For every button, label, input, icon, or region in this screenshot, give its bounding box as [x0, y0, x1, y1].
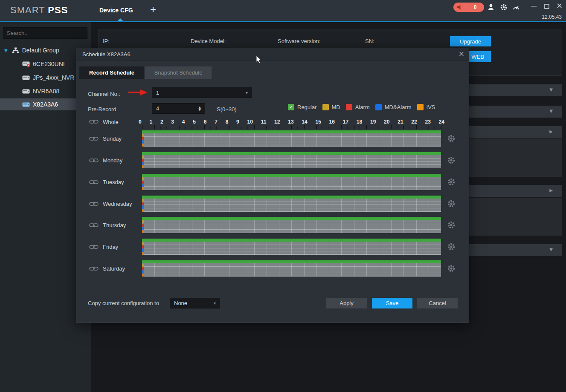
legend-ivs[interactable]: IVS — [417, 104, 435, 110]
config-section-header[interactable]: ▶ — [465, 185, 562, 197]
day-label: Wednesday — [103, 201, 132, 207]
config-section-panel — [465, 198, 562, 236]
window-maximize-button[interactable] — [544, 4, 549, 9]
dialog-title: Schedule X82A3A6 — [82, 51, 131, 58]
prerecord-spinner[interactable]: 4 ▲▼ — [152, 103, 205, 114]
dialog-titlebar[interactable]: Schedule X82A3A6 × — [76, 48, 469, 61]
link-icon[interactable] — [89, 180, 99, 184]
copy-config-label: Copy current configuration to — [88, 300, 159, 306]
chevron-right-icon: ▶ — [549, 188, 553, 193]
gear-icon[interactable] — [447, 264, 456, 273]
apply-button[interactable]: Apply — [326, 298, 367, 308]
ivs-mark — [142, 274, 144, 277]
device-icon-offline — [22, 61, 30, 67]
channel-select[interactable]: 1 ▾ — [152, 87, 252, 98]
gear-icon[interactable] — [447, 134, 456, 143]
alarm-mark — [142, 159, 144, 162]
link-icon[interactable] — [89, 266, 99, 271]
config-section-header[interactable]: ▶ — [465, 126, 562, 138]
md-alarm-checkbox[interactable] — [375, 104, 382, 110]
chevron-down-icon: ▼ — [549, 247, 553, 252]
gear-icon[interactable] — [447, 221, 456, 229]
user-icon[interactable] — [487, 3, 495, 11]
md-mark — [142, 199, 144, 202]
regular-checkbox[interactable]: ✓ — [288, 104, 294, 110]
ivs-mark — [142, 165, 144, 168]
new-tab-button[interactable]: + — [150, 3, 156, 15]
legend-alarm[interactable]: Alarm — [346, 104, 370, 110]
expand-triangle-icon[interactable]: ▼ — [4, 48, 8, 53]
channel-label: Channel No.: — [88, 91, 120, 97]
cancel-button[interactable]: Cancel — [417, 298, 458, 308]
schedule-track[interactable] — [142, 217, 441, 233]
settings-gear-icon[interactable] — [500, 3, 508, 11]
whole-label: Whole — [103, 119, 119, 125]
md-mark — [142, 177, 144, 180]
schedule-row-tuesday: Tuesday — [76, 174, 470, 190]
link-icon[interactable] — [89, 245, 99, 249]
schedule-track[interactable] — [142, 260, 441, 277]
schedule-row-wednesday: Wednesday — [76, 196, 470, 212]
legend-regular[interactable]: ✓Regular — [288, 104, 317, 110]
upgrade-button[interactable]: Upgrade — [450, 36, 491, 46]
prerecord-label: Pre-Record — [88, 106, 116, 112]
schedule-track[interactable] — [142, 130, 441, 147]
track-grid — [142, 133, 441, 147]
clock-text: 12:05:43 — [542, 14, 562, 20]
search-box[interactable] — [3, 27, 87, 39]
link-icon[interactable] — [89, 158, 99, 163]
spinner-arrows[interactable]: ▲▼ — [199, 106, 201, 111]
track-grid — [142, 177, 441, 190]
schedule-row-friday: Friday — [76, 239, 470, 255]
link-icon[interactable] — [89, 202, 99, 206]
schedule-track[interactable] — [142, 239, 441, 255]
md-checkbox[interactable] — [322, 104, 329, 110]
dialog-close-icon[interactable]: × — [459, 49, 464, 58]
md-alarm-mark — [142, 184, 144, 187]
md-mark — [142, 242, 144, 245]
copy-config-select[interactable]: None ▾ — [170, 298, 220, 308]
gear-icon[interactable] — [447, 178, 456, 186]
link-icon[interactable] — [89, 119, 99, 124]
legend-md[interactable]: MD — [322, 104, 340, 110]
channel-value: 1 — [156, 89, 159, 96]
tab-device-cfg[interactable]: Device CFG — [99, 7, 133, 14]
save-button[interactable]: Save — [372, 298, 412, 308]
mouse-cursor — [256, 55, 262, 64]
software-version-label: Software version: — [278, 38, 320, 44]
legend-label: MD&Alarm — [385, 104, 412, 110]
caret-down-icon: ▾ — [246, 90, 248, 95]
regular-band — [142, 239, 441, 242]
schedule-track[interactable] — [142, 152, 441, 168]
ivs-checkbox[interactable] — [417, 104, 424, 110]
gear-icon[interactable] — [447, 156, 456, 164]
gear-icon[interactable] — [447, 242, 456, 251]
group-label: Default Group — [22, 47, 59, 54]
config-section-header[interactable]: ▼ — [465, 84, 562, 96]
window-close-button[interactable]: × — [556, 1, 563, 10]
alarm-checkbox[interactable] — [346, 104, 352, 110]
regular-band — [142, 152, 441, 155]
track-grid — [142, 263, 441, 277]
ip-label: IP: — [103, 38, 110, 44]
alarm-counter-button[interactable]: 0 — [453, 3, 484, 12]
regular-band — [142, 130, 441, 133]
schedule-track[interactable] — [142, 174, 441, 190]
performance-gauge-icon[interactable] — [512, 3, 520, 11]
link-icon[interactable] — [89, 223, 99, 228]
search-input[interactable] — [3, 30, 85, 36]
schedule-track[interactable] — [142, 196, 441, 212]
window-minimize-button[interactable]: — — [531, 2, 537, 10]
ivs-mark — [142, 187, 144, 190]
config-section-header[interactable]: ▼ — [465, 106, 562, 118]
tab-snapshot-schedule[interactable]: Snapshot Schedule — [145, 66, 212, 79]
gear-icon[interactable] — [447, 199, 456, 208]
topbar-accent-line — [0, 21, 566, 22]
link-icon[interactable] — [89, 136, 99, 141]
spin-down-icon[interactable]: ▼ — [199, 109, 201, 111]
md-alarm-mark — [142, 227, 144, 230]
config-section-header[interactable]: ▼ — [465, 244, 562, 256]
tab-record-schedule[interactable]: Record Schedule — [79, 66, 144, 79]
group-icon — [12, 47, 19, 54]
legend-md-alarm[interactable]: MD&Alarm — [375, 104, 412, 110]
